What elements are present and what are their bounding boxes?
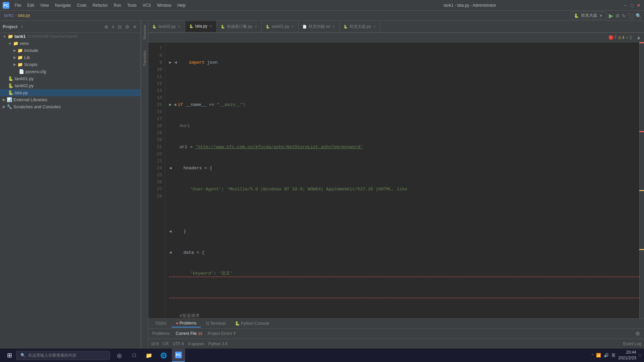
- current-file-filter[interactable]: Current File 13: [176, 331, 202, 336]
- tree-item-scripts[interactable]: ▶ 📁 Scripts: [0, 61, 141, 68]
- menu-file[interactable]: File: [12, 2, 24, 9]
- breadcrumb: tank1 › tata.py: [0, 11, 34, 21]
- status-position: 10:9: [151, 342, 159, 346]
- run-button[interactable]: ▶: [609, 12, 613, 19]
- app-icon: PC: [3, 2, 9, 9]
- tree-item-venv[interactable]: ▼ 📁 venv: [0, 40, 141, 47]
- tree-item-include[interactable]: ▶ 📁 Include: [0, 47, 141, 54]
- event-log-label[interactable]: Event Log: [623, 342, 641, 346]
- volume-icon[interactable]: 🔊: [604, 353, 609, 358]
- close-tab-tankgame[interactable]: ✕: [373, 24, 376, 29]
- search-everywhere-icon[interactable]: 🔍: [636, 13, 641, 18]
- window-controls: ─ □ ✕: [623, 3, 641, 8]
- menu-run[interactable]: Run: [111, 2, 124, 9]
- menu-navigate[interactable]: Navigate: [52, 2, 73, 9]
- debug-button[interactable]: ⚙: [615, 13, 620, 18]
- tab-tank02[interactable]: 🐍 tank02.py ✕: [148, 21, 185, 32]
- sidebar-title: Project: [3, 24, 17, 29]
- menu-vcs[interactable]: VCS: [140, 2, 154, 9]
- tree-item-tank01[interactable]: 🐍 tank01.py: [0, 75, 141, 82]
- code-line-15: ◀ }: [169, 228, 639, 235]
- sidebar-header: Project ▼ ⊕ ≡ ⊟ ⚙ ✕: [0, 21, 141, 33]
- code-content[interactable]: ▶ ◀ import json ▶ ◀ if __name__ == "__ma…: [165, 42, 639, 338]
- chevron-up-icon[interactable]: ▲: [636, 35, 641, 41]
- close-tab-tank02[interactable]: ✕: [178, 24, 181, 29]
- sidebar-new-icon[interactable]: ⊕: [104, 24, 108, 29]
- status-encoding[interactable]: UTF-8: [173, 342, 184, 346]
- project-errors-filter[interactable]: Project Errors 7: [208, 331, 235, 336]
- menu-window[interactable]: Window: [154, 2, 174, 9]
- status-python[interactable]: Python 3.6: [208, 342, 227, 346]
- settings-icon[interactable]: ⚙: [635, 330, 640, 337]
- menu-help[interactable]: Help: [175, 2, 189, 9]
- windows-search[interactable]: 🔍 在这里输入你要搜索的内容: [16, 351, 110, 360]
- search-placeholder: 在这里输入你要搜索的内容: [28, 353, 76, 358]
- sidebar-close-icon[interactable]: ✕: [133, 24, 137, 29]
- reload-button[interactable]: ↻: [622, 13, 626, 18]
- system-tray: ^ 📶 🔊 英 20:44 2021/2/23 □: [592, 350, 641, 361]
- code-line-17: 'keyword': '北京': [169, 270, 639, 277]
- favorites-tab-label[interactable]: Favorites: [141, 49, 148, 67]
- windows-taskbar: ⊞ 🔍 在这里输入你要搜索的内容 ◎ □ 📁 🌐 PC ^ 📶 🔊 英 20:4…: [0, 349, 644, 362]
- sidebar-collapse-icon[interactable]: ≡: [112, 24, 114, 29]
- system-clock[interactable]: 20:44 2021/2/23: [618, 350, 636, 361]
- code-line-9: ▶ ◀ if __name__ == "__main__":: [169, 101, 639, 108]
- menu-edit[interactable]: Edit: [24, 2, 37, 9]
- sidebar-settings-icon[interactable]: ⚙: [125, 24, 129, 29]
- code-line-10: #url: [169, 122, 639, 129]
- structure-tab-label[interactable]: Structure: [141, 23, 148, 41]
- problems-circle-icon: ●: [176, 321, 178, 325]
- side-structure-tab[interactable]: Structure Favorites: [141, 21, 148, 349]
- explorer-button[interactable]: □: [127, 349, 141, 362]
- folder-button[interactable]: 📁: [142, 349, 156, 362]
- stop-button[interactable]: ⬛: [628, 13, 634, 18]
- start-button[interactable]: ⊞: [3, 349, 16, 362]
- pycharm-taskbar-button[interactable]: PC: [172, 349, 185, 362]
- close-tab-tata[interactable]: ✕: [209, 24, 212, 28]
- tree-item-tank1[interactable]: ▼ 📁 tank1 D:\Python\练习\pycharm\tank1: [0, 33, 141, 40]
- tab-tankfeature[interactable]: 📄 坦克功能.txt ✕: [299, 21, 339, 32]
- menu-tools[interactable]: Tools: [124, 2, 139, 9]
- network-icon[interactable]: 📶: [596, 353, 601, 358]
- tree-item-external-libraries[interactable]: ▶ 📊 External Libraries: [0, 96, 141, 103]
- menu-view[interactable]: View: [38, 2, 52, 9]
- tab-tank01[interactable]: 🐍 tank01.py ✕: [262, 21, 299, 32]
- menu-refactor[interactable]: Refactor: [90, 2, 110, 9]
- tab-terminal[interactable]: ⊡ Terminal: [202, 320, 229, 327]
- ime-indicator[interactable]: 英: [611, 353, 615, 358]
- run-config-selector[interactable]: 🐍 坦克大战 ▼: [570, 12, 607, 19]
- tree-item-scratches[interactable]: ▶ 🔧 Scratches and Consoles: [0, 103, 141, 110]
- tray-expand-icon[interactable]: ^: [592, 353, 594, 358]
- tab-kfc[interactable]: 🐍 肯德基订餐.py ✕: [217, 21, 262, 32]
- tree-item-lib[interactable]: ▶ 📁 Lib: [0, 54, 141, 61]
- status-line-ending[interactable]: CR: [163, 342, 168, 346]
- search-icon: 🔍: [20, 353, 25, 358]
- error-stripe[interactable]: [639, 42, 644, 338]
- tree-item-pyvenv[interactable]: 📄 pyvenv.cfg: [0, 68, 141, 75]
- tab-todo[interactable]: TODO: [151, 320, 170, 327]
- problems-label: Problems:: [152, 331, 170, 336]
- sidebar-expand-icon[interactable]: ⊟: [118, 24, 122, 29]
- browser-button[interactable]: 🌐: [157, 349, 170, 362]
- breadcrumb-project[interactable]: tank1: [4, 13, 14, 18]
- maximize-button[interactable]: □: [629, 3, 635, 8]
- task-view-button[interactable]: ◎: [113, 349, 126, 362]
- status-indent[interactable]: 4 spaces: [188, 342, 204, 346]
- tree-item-tata[interactable]: 🐍 tata.py: [0, 89, 141, 96]
- minimize-button[interactable]: ─: [623, 3, 628, 8]
- tree-item-tank02[interactable]: 🐍 tank02.py: [0, 82, 141, 89]
- tab-problems[interactable]: ● Problems: [172, 319, 200, 327]
- tab-tankgame[interactable]: 🐍 坦克大战.py ✕: [339, 21, 380, 32]
- menu-code[interactable]: Code: [74, 2, 89, 9]
- code-editor[interactable]: 7 8 9 10 11 12 13 14 15 16 17 18 19 20: [148, 42, 644, 338]
- tab-python-console[interactable]: 🐍 Python Console: [231, 320, 273, 327]
- notification-icon[interactable]: □: [639, 353, 641, 358]
- close-button[interactable]: ✕: [636, 3, 641, 8]
- run-config-label: 坦克大战: [581, 13, 597, 18]
- close-tab-tank01[interactable]: ✕: [291, 24, 294, 29]
- close-tab-tankfeature[interactable]: ✕: [332, 24, 335, 29]
- titlebar: PC File Edit View Navigate Code Refactor…: [0, 0, 644, 11]
- tab-tata[interactable]: 🐍 tata.py ✕: [185, 21, 217, 32]
- close-tab-kfc[interactable]: ✕: [254, 24, 257, 29]
- code-errors-header: 🔴 7 ⚠ 4 ✓ 2 ▲: [148, 33, 644, 42]
